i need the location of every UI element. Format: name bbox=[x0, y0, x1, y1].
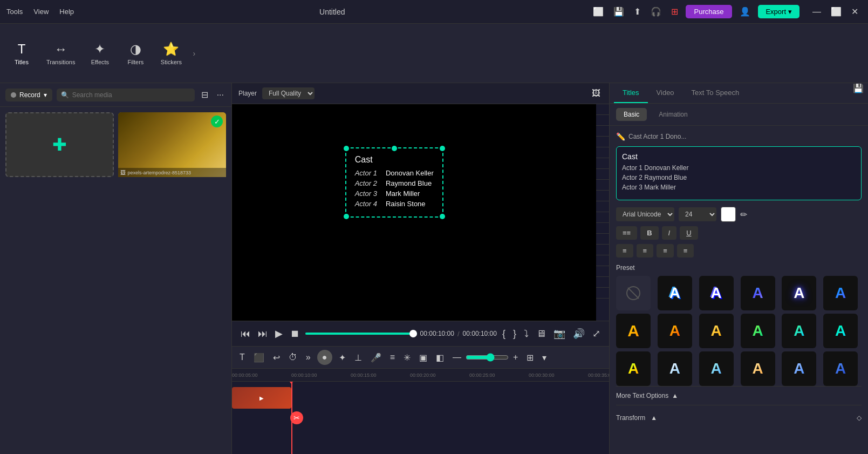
handle-tl[interactable] bbox=[344, 146, 349, 151]
preset-5[interactable]: A bbox=[823, 276, 858, 310]
underline-button[interactable]: U bbox=[680, 226, 698, 240]
mark-in-button[interactable]: { bbox=[500, 326, 508, 342]
media-add-button[interactable]: ✚ bbox=[5, 112, 114, 177]
camera-icon[interactable]: 📷 bbox=[551, 326, 568, 342]
format-columns-button[interactable]: ≡≡ bbox=[616, 226, 637, 240]
fullscreen-icon[interactable]: ⬜ bbox=[591, 4, 606, 19]
volume-icon[interactable]: 🔊 bbox=[571, 326, 587, 342]
close-button[interactable]: ✕ bbox=[848, 5, 862, 18]
align-right-button[interactable]: ≡ bbox=[657, 244, 674, 258]
profile-icon[interactable]: 👤 bbox=[737, 4, 753, 19]
overlay-button[interactable]: ▣ bbox=[417, 350, 429, 365]
scrub-tick[interactable] bbox=[596, 158, 609, 169]
handle-br[interactable] bbox=[440, 214, 445, 219]
italic-button[interactable]: I bbox=[662, 226, 677, 240]
timer-button[interactable]: ⏱ bbox=[286, 350, 299, 364]
scrub-tick[interactable] bbox=[596, 104, 609, 115]
transform-row[interactable]: Transform ▲ ◇ bbox=[616, 410, 862, 426]
preset-6[interactable]: A bbox=[616, 314, 651, 348]
export-button[interactable]: Export ▾ bbox=[758, 5, 799, 18]
subtab-animation[interactable]: Animation bbox=[651, 108, 695, 121]
toolbar-transitions[interactable]: ↔ Transitions bbox=[41, 38, 80, 69]
scrub-tick[interactable] bbox=[596, 245, 609, 255]
subtab-basic[interactable]: Basic bbox=[616, 108, 647, 121]
minimize-button[interactable]: — bbox=[809, 5, 824, 18]
insert-icon[interactable]: ⤵ bbox=[522, 326, 531, 342]
toolbar-filters[interactable]: ◑ Filters bbox=[119, 38, 152, 69]
toolbar-effects[interactable]: ✦ Effects bbox=[84, 38, 116, 69]
preset-4[interactable]: A bbox=[782, 276, 816, 310]
menu-tools[interactable]: Tools bbox=[6, 8, 23, 16]
scrub-tick[interactable] bbox=[596, 115, 609, 126]
grid-view-button[interactable]: ⊞ bbox=[524, 350, 536, 365]
record-tl-button[interactable]: ● bbox=[317, 350, 332, 365]
progress-thumb[interactable] bbox=[409, 330, 417, 337]
scrub-tick[interactable] bbox=[596, 147, 609, 158]
text-edit-area[interactable]: Cast Actor 1 Donovan Keller Actor 2 Raym… bbox=[616, 146, 862, 200]
toolbar-titles[interactable]: T Titles bbox=[5, 38, 38, 69]
preset-9[interactable]: A bbox=[741, 314, 775, 348]
save-panel-icon[interactable]: 💾 bbox=[853, 83, 864, 103]
search-input[interactable] bbox=[72, 91, 190, 99]
scrub-tick[interactable] bbox=[596, 191, 609, 201]
menu-help[interactable]: Help bbox=[59, 8, 74, 16]
maximize-button[interactable]: ⬜ bbox=[828, 5, 845, 18]
color-picker-icon[interactable]: ✏ bbox=[740, 209, 747, 220]
scissors-button[interactable]: ✂ bbox=[290, 411, 303, 424]
upload-icon[interactable]: ⬆ bbox=[632, 4, 643, 19]
preset-16[interactable]: A bbox=[782, 351, 816, 386]
text-tool-button[interactable]: T bbox=[237, 350, 247, 364]
handle-bl[interactable] bbox=[344, 214, 349, 219]
preset-8[interactable]: A bbox=[699, 314, 734, 348]
text-overlay-box[interactable]: Cast Actor 1 Donovan Keller Actor 2 Raym… bbox=[345, 147, 443, 218]
headphone-icon[interactable]: 🎧 bbox=[648, 4, 664, 19]
toolbar-more-icon[interactable]: › bbox=[190, 47, 197, 60]
handle-top[interactable] bbox=[392, 146, 397, 151]
split-button[interactable]: ⊥ bbox=[352, 350, 364, 365]
rect-tool-button[interactable]: ⬛ bbox=[251, 350, 266, 365]
step-forward-button[interactable]: ⏭ bbox=[256, 326, 270, 342]
preset-2[interactable]: A bbox=[699, 276, 734, 310]
record-button[interactable]: Record ▾ bbox=[5, 89, 52, 101]
preset-12[interactable]: A bbox=[616, 351, 651, 386]
align-center-button[interactable]: ≡ bbox=[637, 244, 654, 258]
voiceover-button[interactable]: 🎤 bbox=[368, 350, 384, 365]
sparkle-button[interactable]: ✳ bbox=[401, 350, 413, 365]
scrub-tick[interactable] bbox=[596, 201, 609, 212]
font-size-select[interactable]: 24 bbox=[679, 207, 716, 221]
save-cloud-icon[interactable]: 💾 bbox=[611, 4, 626, 19]
preset-3[interactable]: A bbox=[741, 276, 775, 310]
scrub-tick[interactable] bbox=[596, 223, 609, 234]
preset-1[interactable]: A bbox=[658, 276, 692, 310]
play-button[interactable]: ▶ bbox=[273, 326, 285, 342]
scrub-tick[interactable] bbox=[596, 255, 609, 266]
tl-more-button[interactable]: ▾ bbox=[540, 350, 549, 365]
preset-17[interactable]: A bbox=[823, 351, 858, 386]
preset-none[interactable] bbox=[616, 276, 651, 310]
menu-view[interactable]: View bbox=[33, 8, 49, 16]
tab-titles[interactable]: Titles bbox=[614, 83, 648, 103]
align-left-button[interactable]: ≡ bbox=[616, 244, 633, 258]
media-item[interactable]: 🖼 pexels-artempodrez-8518733 ✓ bbox=[118, 112, 227, 449]
filter-icon[interactable]: ⊟ bbox=[199, 87, 210, 102]
fullscreen-player-icon[interactable]: ⤢ bbox=[590, 326, 603, 342]
snapshot-icon[interactable]: 🖥 bbox=[534, 326, 548, 342]
color-swatch[interactable] bbox=[721, 207, 736, 222]
preset-11[interactable]: A bbox=[823, 314, 858, 348]
font-select[interactable]: Arial Unicode bbox=[616, 207, 674, 221]
preset-10[interactable]: A bbox=[782, 314, 816, 348]
progress-bar[interactable] bbox=[305, 333, 417, 335]
tab-video[interactable]: Video bbox=[648, 83, 683, 103]
quality-select[interactable]: Full Quality bbox=[262, 87, 315, 99]
player-image-icon[interactable]: 🖼 bbox=[590, 86, 603, 100]
skip-back-button[interactable]: ⏮ bbox=[238, 326, 252, 342]
scrub-tick[interactable] bbox=[596, 266, 609, 277]
zoom-in-button[interactable]: + bbox=[511, 350, 520, 364]
more-text-options[interactable]: More Text Options ▲ bbox=[616, 386, 862, 405]
scrub-tick[interactable] bbox=[596, 126, 609, 137]
track-clip[interactable]: ▶ bbox=[232, 387, 291, 409]
effects-tl-button[interactable]: ✦ bbox=[337, 350, 348, 365]
scrub-tick[interactable] bbox=[596, 169, 609, 180]
scrub-tick[interactable] bbox=[596, 277, 609, 288]
more-tools-icon[interactable]: » bbox=[304, 350, 313, 364]
